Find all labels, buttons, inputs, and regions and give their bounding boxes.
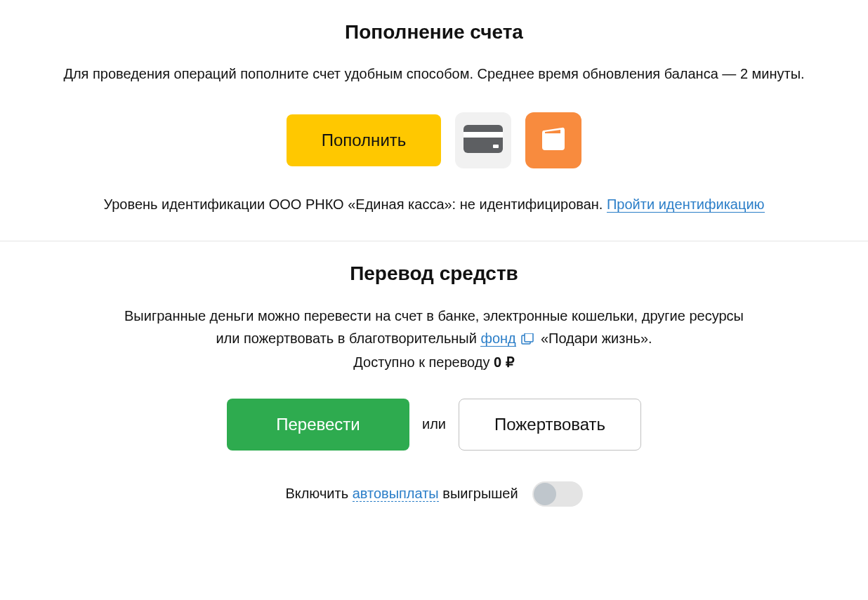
credit-card-icon	[463, 125, 503, 156]
available-value: 0 ₽	[494, 354, 515, 370]
wallet-icon-tile[interactable]	[525, 112, 581, 168]
autopay-after: выигрышей	[439, 486, 518, 501]
transfer-desc-line1: Выигранные деньги можно перевести на сче…	[124, 308, 744, 324]
fund-link[interactable]: фонд	[480, 331, 515, 347]
autopay-label: Включить автовыплаты выигрышей	[285, 486, 518, 502]
identity-status-text: Уровень идентификации ООО РНКО «Единая к…	[103, 196, 607, 212]
svg-rect-1	[463, 132, 503, 138]
svg-rect-4	[525, 333, 533, 342]
transfer-description: Выигранные деньги можно перевести на сче…	[14, 305, 854, 373]
topup-button[interactable]: Пополнить	[287, 114, 441, 166]
wallet-icon	[537, 122, 570, 159]
autopay-link[interactable]: автовыплаты	[353, 486, 439, 502]
identity-status: Уровень идентификации ООО РНКО «Единая к…	[14, 196, 854, 213]
topup-actions: Пополнить	[14, 112, 854, 168]
donate-button[interactable]: Пожертвовать	[459, 399, 641, 451]
topup-title: Пополнение счета	[14, 21, 854, 44]
autopay-toggle[interactable]	[532, 481, 583, 507]
transfer-button[interactable]: Перевести	[227, 399, 409, 451]
external-link-icon	[521, 328, 534, 351]
transfer-actions: Перевести или Пожертвовать	[14, 399, 854, 451]
transfer-title: Перевод средств	[14, 262, 854, 285]
transfer-desc-line2-before: или пожертвовать в благотворительный	[216, 331, 480, 346]
card-icon-tile[interactable]	[455, 112, 511, 168]
topup-description: Для проведения операций пополните счет у…	[14, 63, 854, 84]
autopay-before: Включить	[285, 486, 352, 501]
svg-rect-2	[493, 145, 499, 148]
transfer-section: Перевод средств Выигранные деньги можно …	[0, 241, 868, 535]
toggle-knob	[534, 483, 556, 505]
svg-rect-0	[463, 125, 503, 153]
identity-link[interactable]: Пройти идентификацию	[607, 196, 765, 213]
or-separator: или	[422, 416, 446, 432]
available-label: Доступно к переводу	[353, 354, 494, 370]
topup-section: Пополнение счета Для проведения операций…	[0, 0, 868, 241]
transfer-desc-line2-after: «Подари жизнь».	[541, 331, 652, 346]
autopay-row: Включить автовыплаты выигрышей	[14, 481, 854, 507]
